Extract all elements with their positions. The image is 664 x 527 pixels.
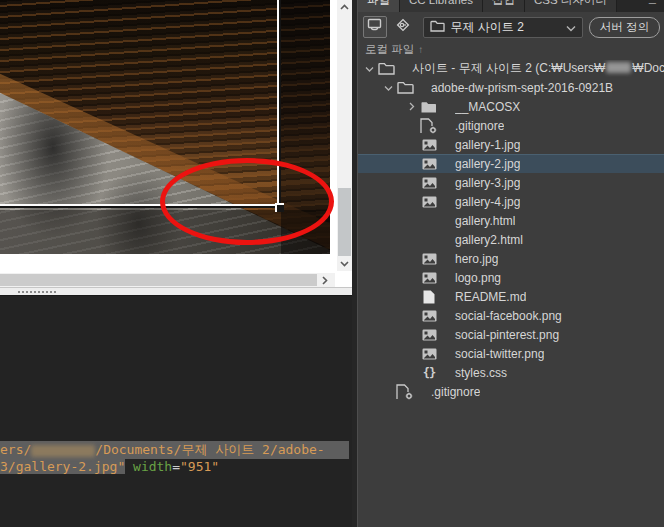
tree-row[interactable]: {}styles.css [358, 363, 664, 382]
file-icon-slot [419, 348, 439, 360]
define-servers-button[interactable]: 서버 정의 [589, 17, 660, 38]
scroll-down-icon[interactable] [337, 257, 352, 271]
image-file-icon [422, 196, 437, 208]
design-vertical-scrollbar[interactable] [337, 0, 352, 271]
code-view[interactable]: ers//Documents/무제 사이트 2/adobe-3/gallery-… [0, 296, 352, 527]
file-icon-slot [419, 139, 439, 151]
local-files-label: 로컬 파일 [365, 42, 414, 57]
file-name: README.md [455, 290, 526, 304]
horizontal-scrollbar-thumb[interactable] [0, 274, 317, 286]
tree-row[interactable]: adobe-dw-prism-sept-2016-0921B [358, 78, 664, 97]
file-name: __MACOSX [455, 100, 520, 114]
file-icon-slot: {} [419, 366, 439, 380]
panel-tab-bar: 파일CC Libraries삽입CSS 디자이너 – [358, 0, 664, 12]
code-token [125, 459, 133, 474]
design-view[interactable] [0, 0, 352, 287]
code-token: /Documents/무제 사이트 2/adobe- [95, 442, 324, 457]
pane-splitter[interactable] [0, 287, 352, 296]
file-name: logo.png [455, 271, 501, 285]
local-files-header[interactable]: 로컬 파일 ↑ [358, 41, 664, 57]
tree-row[interactable]: social-pinterest.png [358, 325, 664, 344]
file-icon-slot [419, 329, 439, 341]
chevron-down-icon [384, 85, 393, 91]
site-dropdown[interactable]: 무제 사이트 2 [423, 17, 583, 38]
chevron-down-icon [365, 66, 374, 72]
image-file-icon [422, 253, 437, 265]
panel-tab[interactable]: CC Libraries [400, 0, 483, 12]
file-name: social-pinterest.png [455, 328, 559, 342]
file-icon-slot [419, 196, 439, 208]
annotation-ellipse [160, 158, 334, 245]
app-window: ers//Documents/무제 사이트 2/adobe-3/gallery-… [0, 0, 664, 527]
scroll-up-icon[interactable] [337, 0, 352, 14]
tree-row[interactable]: .gitignore [358, 116, 664, 135]
expander-icon[interactable] [362, 66, 376, 72]
panel-tab[interactable]: CSS 디자이너 [525, 0, 617, 12]
file-name: social-facebook.png [455, 309, 562, 323]
files-panel: 파일CC Libraries삽입CSS 디자이너 – 무제 사이트 2 [357, 0, 664, 527]
file-name: styles.css [455, 366, 507, 380]
design-horizontal-scrollbar[interactable] [0, 273, 335, 287]
tree-row[interactable]: __MACOSX [358, 97, 664, 116]
code-line[interactable]: ers//Documents/무제 사이트 2/adobe- [0, 441, 349, 459]
file-name: gallery-2.jpg [455, 157, 520, 171]
file-name: adobe-dw-prism-sept-2016-0921B [431, 81, 613, 95]
file-name: gallery-4.jpg [455, 195, 520, 209]
expander-icon[interactable] [381, 85, 395, 91]
folder-icon [430, 18, 445, 36]
folder-icon [378, 62, 395, 75]
folder-solid-icon [421, 101, 437, 113]
vertical-scrollbar-thumb[interactable] [338, 188, 351, 256]
splitter-grip-icon [18, 291, 58, 293]
file-icon-slot [419, 101, 439, 113]
panel-menu-icon[interactable]: – [649, 0, 656, 10]
file-icon-slot [419, 290, 439, 304]
code-token: width [133, 459, 172, 474]
tree-row[interactable]: logo.png [358, 268, 664, 287]
tree-row[interactable]: hero.jpg [358, 249, 664, 268]
sort-asc-icon: ↑ [418, 44, 423, 55]
files-toolbar: 무제 사이트 2 서버 정의 [358, 12, 664, 41]
file-name: gallery-1.jpg [455, 138, 520, 152]
panel-tab[interactable]: 파일 [358, 0, 400, 12]
tree-row[interactable]: .gitignore [358, 382, 664, 401]
document-icon [423, 290, 435, 304]
tree-row[interactable]: gallery-2.jpg [358, 154, 664, 173]
tree-row[interactable]: gallery-3.jpg [358, 173, 664, 192]
scroll-right-icon[interactable] [317, 273, 332, 287]
file-name: gallery.html [455, 214, 515, 228]
tree-row[interactable]: gallery2.html [358, 230, 664, 249]
file-icon-slot [419, 158, 439, 170]
chevron-right-icon [409, 102, 415, 111]
file-icon-slot [395, 81, 415, 94]
code-lines: ers//Documents/무제 사이트 2/adobe-3/gallery-… [0, 441, 352, 477]
file-icon-slot [376, 62, 396, 75]
git-icon [394, 16, 412, 38]
tree-row[interactable]: 사이트 - 무제 사이트 2 (C:₩Users₩₩Docume... [358, 59, 664, 78]
file-icon-slot [419, 310, 439, 322]
tree-row[interactable]: README.md [358, 287, 664, 306]
file-tree: 사이트 - 무제 사이트 2 (C:₩Users₩₩Docume...adobe… [358, 57, 664, 527]
image-file-icon [422, 158, 437, 170]
file-name: 사이트 - 무제 사이트 2 (C:₩Users₩₩Docume... [412, 60, 664, 77]
tree-row[interactable]: social-facebook.png [358, 306, 664, 325]
file-icon-slot [419, 118, 439, 134]
tree-row[interactable]: gallery-1.jpg [358, 135, 664, 154]
file-icon-slot [395, 384, 415, 400]
tree-row[interactable]: gallery-4.jpg [358, 192, 664, 211]
git-button[interactable] [392, 16, 414, 38]
expander-icon[interactable] [405, 102, 419, 111]
css-file-icon: {} [423, 366, 435, 380]
site-view-button[interactable] [363, 16, 387, 38]
file-name: gallery2.html [455, 233, 523, 247]
code-token: = [172, 459, 180, 474]
image-file-icon [422, 139, 437, 151]
code-token: ers/ [0, 442, 31, 457]
code-line[interactable]: 3/gallery-2.jpg" width="951" [0, 459, 352, 477]
file-icon-slot [419, 177, 439, 189]
tree-row[interactable]: gallery.html [358, 211, 664, 230]
gitignore-file-icon [420, 118, 438, 134]
code-token: "951" [180, 459, 219, 474]
tree-row[interactable]: social-twitter.png [358, 344, 664, 363]
panel-tab[interactable]: 삽입 [483, 0, 525, 12]
